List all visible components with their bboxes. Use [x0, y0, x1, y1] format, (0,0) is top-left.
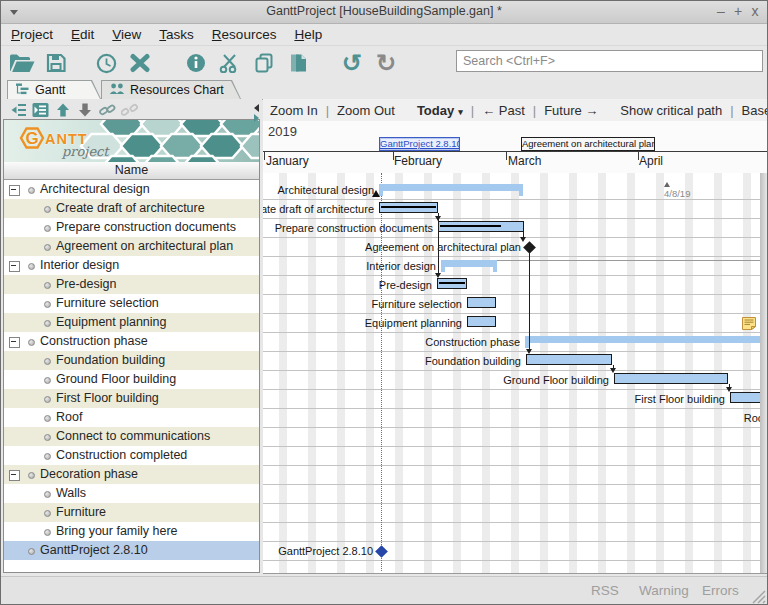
copy-icon[interactable] — [251, 51, 277, 75]
chart-toolbar-separator: | — [533, 103, 536, 118]
svg-text:project: project — [61, 144, 110, 159]
link-icon[interactable] — [98, 101, 116, 118]
task-rows: Architectural designCreate draft of arch… — [4, 180, 259, 572]
expand-toggle-icon[interactable] — [9, 261, 20, 272]
outdent-icon[interactable] — [9, 101, 27, 118]
task-name-label: Create draft of architecture — [56, 201, 205, 215]
chart-button-today[interactable]: Today▾ — [417, 103, 463, 118]
move-down-icon[interactable] — [76, 101, 94, 118]
task-row[interactable]: Architectural design — [4, 180, 259, 199]
task-bar[interactable] — [614, 373, 728, 384]
task-row[interactable]: Prepare construction documents — [4, 218, 259, 237]
summary-bar[interactable] — [525, 336, 761, 343]
resize-grip[interactable] — [751, 589, 766, 604]
tab-face: Gantt — [8, 81, 100, 99]
task-row[interactable]: Agreement on architectural plan — [4, 237, 259, 256]
close-button[interactable]: x — [747, 3, 763, 19]
indent-icon[interactable] — [31, 101, 49, 118]
expand-toggle-icon[interactable] — [9, 337, 20, 348]
chart-button-zoom-in[interactable]: Zoom In — [270, 103, 318, 118]
date-marker-label: 4/8/19 — [664, 188, 690, 199]
task-row[interactable]: Pre-design — [4, 275, 259, 294]
open-file-icon[interactable] — [9, 51, 35, 75]
task-row[interactable]: Furniture — [4, 503, 259, 522]
menu-item-project[interactable]: Project — [2, 24, 62, 45]
task-bar[interactable] — [526, 354, 612, 365]
task-row[interactable]: Furniture selection — [4, 294, 259, 313]
status-warning[interactable]: Warning — [639, 583, 689, 598]
status-rss[interactable]: RSS — [591, 583, 619, 598]
splitter-collapse-buttons[interactable] — [254, 103, 262, 123]
move-up-icon[interactable] — [54, 101, 72, 118]
name-column-header[interactable]: Name — [4, 162, 259, 180]
task-bar[interactable] — [467, 316, 496, 327]
task-row[interactable]: Decoration phase — [4, 465, 259, 484]
row-separator — [263, 389, 760, 390]
task-bar[interactable] — [730, 392, 761, 403]
note-icon[interactable] — [742, 316, 756, 334]
chart-button-zoom-out[interactable]: Zoom Out — [337, 103, 395, 118]
task-bar[interactable] — [379, 202, 438, 213]
task-row[interactable]: Construction completed — [4, 446, 259, 465]
task-row[interactable]: Construction phase — [4, 332, 259, 351]
timeline-callout[interactable]: GanttProject 2.8.10 — [379, 137, 460, 151]
status-errors[interactable]: Errors — [702, 583, 739, 598]
summary-bar[interactable] — [441, 260, 497, 267]
task-row[interactable]: Connect to communications — [4, 427, 259, 446]
task-bar[interactable] — [438, 221, 524, 232]
task-row[interactable]: Equipment planning — [4, 313, 259, 332]
task-row[interactable]: Walls — [4, 484, 259, 503]
timeline-callout[interactable]: Agreement on architectural plan — [521, 137, 655, 151]
task-bullet-icon — [28, 187, 35, 194]
search-input[interactable] — [456, 50, 763, 72]
delete-icon[interactable] — [127, 51, 153, 75]
tab-resources-chart[interactable]: Resources Chart — [101, 80, 241, 99]
chart-body: Architectural design4/8/19Create draft o… — [263, 173, 767, 574]
menu-item-tasks[interactable]: Tasks — [150, 24, 203, 45]
minimize-button[interactable]: – — [713, 3, 729, 19]
task-bar[interactable] — [467, 297, 496, 308]
summary-bar[interactable] — [379, 184, 523, 191]
maximize-button[interactable]: + — [730, 3, 746, 19]
task-tree-toolbar — [1, 99, 262, 119]
cut-icon[interactable] — [217, 51, 243, 75]
task-row[interactable]: Roof — [4, 408, 259, 427]
task-row[interactable]: Ground Floor building — [4, 370, 259, 389]
task-row[interactable]: Foundation building — [4, 351, 259, 370]
window: GanttProject [HouseBuildingSample.gan] *… — [0, 0, 768, 605]
chart-button-show-critical-path[interactable]: Show critical path — [620, 103, 722, 118]
menu-item-help[interactable]: Help — [285, 24, 331, 45]
properties-icon[interactable] — [183, 51, 209, 75]
clock-icon[interactable] — [93, 51, 119, 75]
collapse-left-icon[interactable] — [254, 104, 259, 112]
undo-icon[interactable]: ↺ — [339, 51, 365, 75]
menu-item-resources[interactable]: Resources — [203, 24, 286, 45]
project-milestone-diamond[interactable] — [375, 545, 388, 558]
title-bar[interactable]: GanttProject [HouseBuildingSample.gan] *… — [1, 1, 767, 24]
task-row[interactable]: GanttProject 2.8.10 — [4, 541, 259, 560]
expand-toggle-icon[interactable] — [9, 470, 20, 481]
menu-item-view[interactable]: View — [103, 24, 150, 45]
vertical-scrollbar[interactable] — [760, 173, 767, 573]
row-separator — [263, 541, 760, 542]
redo-icon[interactable]: ↻ — [373, 51, 399, 75]
chart-button-future[interactable]: Future → — [544, 103, 598, 118]
task-row[interactable]: Bring your family here — [4, 522, 259, 541]
task-bullet-icon — [44, 358, 51, 365]
task-row[interactable]: Interior design — [4, 256, 259, 275]
save-file-icon[interactable] — [43, 51, 69, 75]
chart-button-past[interactable]: ← Past — [482, 103, 525, 118]
expand-toggle-icon[interactable] — [9, 185, 20, 196]
task-bar[interactable] — [437, 278, 467, 289]
tab-gantt[interactable]: Gantt — [7, 80, 101, 99]
menu-item-edit[interactable]: Edit — [62, 24, 103, 45]
unlink-icon[interactable] — [120, 101, 138, 118]
expand-right-icon[interactable] — [254, 114, 259, 122]
task-name-label: Interior design — [40, 258, 119, 272]
task-row[interactable]: First Floor building — [4, 389, 259, 408]
task-row[interactable]: Create draft of architecture — [4, 199, 259, 218]
task-name-label: First Floor building — [56, 391, 159, 405]
weekend-stripe — [569, 173, 577, 573]
paste-icon[interactable] — [285, 51, 311, 75]
chart-button-baselines[interactable]: Baselines.. — [742, 103, 768, 118]
